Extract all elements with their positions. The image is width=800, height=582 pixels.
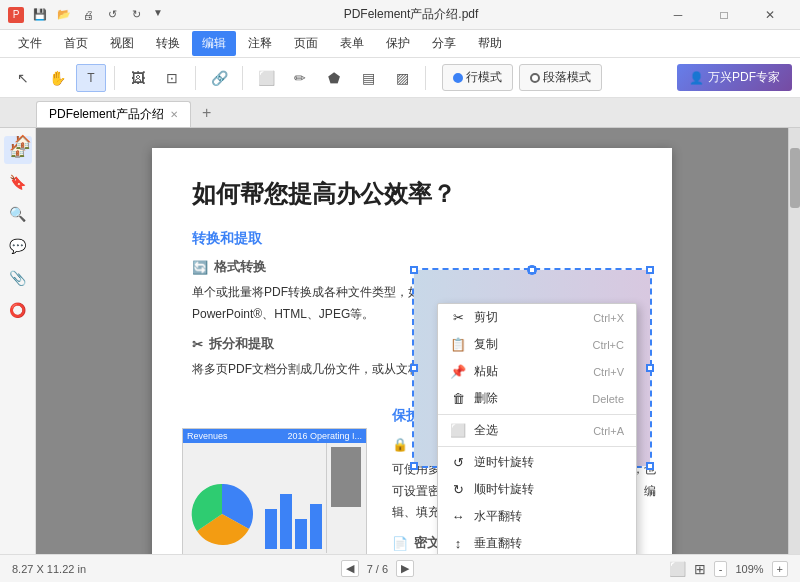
handle-tl[interactable] bbox=[410, 266, 418, 274]
ctx-selectall[interactable]: ⬜ 全选 Ctrl+A bbox=[438, 417, 636, 444]
polygon-btn[interactable]: ⬟ bbox=[319, 64, 349, 92]
close-button[interactable]: ✕ bbox=[748, 0, 792, 30]
menu-edit[interactable]: 编辑 bbox=[192, 31, 236, 56]
thumb-content bbox=[183, 443, 366, 553]
menu-share[interactable]: 分享 bbox=[422, 31, 466, 56]
scrollbar[interactable] bbox=[788, 128, 800, 554]
wanpdf-button[interactable]: 👤 万兴PDF专家 bbox=[677, 64, 792, 91]
quick-open-btn[interactable]: 📂 bbox=[54, 5, 74, 25]
context-menu: ✂ 剪切 Ctrl+X 📋 复制 Ctrl+C 📌 粘贴 Ctrl+V 🗑 删除 bbox=[437, 303, 637, 554]
active-tab[interactable]: PDFelement产品介绍 ✕ bbox=[36, 101, 191, 127]
ctx-copy-shortcut: Ctrl+C bbox=[593, 339, 624, 351]
bookmark-panel-btn[interactable]: 🔖 bbox=[4, 168, 32, 196]
paragraph-mode-btn[interactable]: 段落模式 bbox=[519, 64, 602, 91]
zoom-level: 109% bbox=[735, 563, 763, 575]
main-area: 🏠 🔖 🔍 💬 📎 ⭕ 如何帮您提高办公效率？ 转换和提取 🔄 格式转换 单个或… bbox=[0, 128, 800, 554]
view-single-btn[interactable]: ⬜ bbox=[669, 561, 686, 577]
handle-tm[interactable] bbox=[528, 266, 536, 274]
redo-btn[interactable]: ↻ bbox=[126, 5, 146, 25]
crop-btn[interactable]: ⊡ bbox=[157, 64, 187, 92]
maximize-button[interactable]: □ bbox=[702, 0, 746, 30]
prev-page-btn[interactable]: ◀ bbox=[341, 560, 359, 577]
pen-btn[interactable]: ✏ bbox=[285, 64, 315, 92]
menu-annotate[interactable]: 注释 bbox=[238, 31, 282, 56]
status-right: ⬜ ⊞ - 109% + bbox=[669, 561, 788, 577]
row-mode-btn[interactable]: 行模式 bbox=[442, 64, 513, 91]
handle-bl[interactable] bbox=[410, 462, 418, 470]
signature-panel-btn[interactable]: ⭕ bbox=[4, 296, 32, 324]
customize-btn[interactable]: ▼ bbox=[150, 5, 166, 21]
comment-panel-btn[interactable]: 💬 bbox=[4, 232, 32, 260]
pie-chart bbox=[187, 479, 257, 549]
cw-icon: ↻ bbox=[450, 482, 466, 498]
ctx-selectall-shortcut: Ctrl+A bbox=[593, 425, 624, 437]
status-center: ◀ 7 / 6 ▶ bbox=[341, 560, 414, 577]
ctx-ccw[interactable]: ↺ 逆时针旋转 bbox=[438, 449, 636, 476]
zoom-in-btn[interactable]: + bbox=[772, 561, 788, 577]
pdf-thumbnail-area: Revenues 2016 Operating I... bbox=[182, 428, 367, 554]
ctx-vflip[interactable]: ↕ 垂直翻转 bbox=[438, 530, 636, 554]
menu-help[interactable]: 帮助 bbox=[468, 31, 512, 56]
selectall-icon: ⬜ bbox=[450, 423, 466, 439]
hand-tool-btn[interactable]: ✋ bbox=[42, 64, 72, 92]
header-btn[interactable]: ▤ bbox=[353, 64, 383, 92]
menu-protect[interactable]: 保护 bbox=[376, 31, 420, 56]
attachment-panel-btn[interactable]: 📎 bbox=[4, 264, 32, 292]
ctx-paste-label: 粘贴 bbox=[474, 363, 498, 380]
scroll-thumb[interactable] bbox=[790, 148, 800, 208]
quick-print-btn[interactable]: 🖨 bbox=[78, 5, 98, 25]
ctx-cw[interactable]: ↻ 顺时针旋转 bbox=[438, 476, 636, 503]
zoom-out-btn[interactable]: - bbox=[714, 561, 728, 577]
left-panel: 🏠 🔖 🔍 💬 📎 ⭕ bbox=[0, 128, 36, 554]
ctx-cut[interactable]: ✂ 剪切 Ctrl+X bbox=[438, 304, 636, 331]
title-bar-left: P 💾 📂 🖨 ↺ ↻ ▼ bbox=[8, 5, 166, 25]
next-page-btn[interactable]: ▶ bbox=[396, 560, 414, 577]
view-double-btn[interactable]: ⊞ bbox=[694, 561, 706, 577]
ctx-selectall-label: 全选 bbox=[474, 422, 498, 439]
insert-image-btn[interactable]: 🖼 bbox=[123, 64, 153, 92]
shapes-btn[interactable]: ⬜ bbox=[251, 64, 281, 92]
ctx-copy[interactable]: 📋 复制 Ctrl+C bbox=[438, 331, 636, 358]
handle-tr[interactable] bbox=[646, 266, 654, 274]
ctx-cw-label: 顺时针旋转 bbox=[474, 481, 534, 498]
ccw-icon: ↺ bbox=[450, 455, 466, 471]
undo-btn[interactable]: ↺ bbox=[102, 5, 122, 25]
menu-home[interactable]: 首页 bbox=[54, 31, 98, 56]
tab-close-btn[interactable]: ✕ bbox=[170, 109, 178, 120]
edit-text-btn[interactable]: T bbox=[76, 64, 106, 92]
menu-bar: 文件 首页 视图 转换 编辑 注释 页面 表单 保护 分享 帮助 bbox=[0, 30, 800, 58]
watermark-btn[interactable]: ▨ bbox=[387, 64, 417, 92]
status-bar: 8.27 X 11.22 in ◀ 7 / 6 ▶ ⬜ ⊞ - 109% + bbox=[0, 554, 800, 582]
ctx-hflip-label: 水平翻转 bbox=[474, 508, 522, 525]
menu-convert[interactable]: 转换 bbox=[146, 31, 190, 56]
separator-2 bbox=[195, 66, 196, 90]
link-btn[interactable]: 🔗 bbox=[204, 64, 234, 92]
ctx-paste[interactable]: 📌 粘贴 Ctrl+V bbox=[438, 358, 636, 385]
select-tool-btn[interactable]: ↖ bbox=[8, 64, 38, 92]
handle-ml[interactable] bbox=[410, 364, 418, 372]
search-panel-btn[interactable]: 🔍 bbox=[4, 200, 32, 228]
ctx-hflip[interactable]: ↔ 水平翻转 bbox=[438, 503, 636, 530]
home-sidebar-btn[interactable]: 🏠 bbox=[8, 128, 36, 156]
copy-icon: 📋 bbox=[450, 337, 466, 353]
minimize-button[interactable]: ─ bbox=[656, 0, 700, 30]
menu-view[interactable]: 视图 bbox=[100, 31, 144, 56]
title-bar-actions: 💾 📂 🖨 ↺ ↻ ▼ bbox=[30, 5, 166, 25]
thumb-header: Revenues 2016 Operating I... bbox=[183, 429, 366, 443]
document-page: 如何帮您提高办公效率？ 转换和提取 🔄 格式转换 单个或批量将PDF转换成各种文… bbox=[152, 148, 672, 554]
new-tab-btn[interactable]: + bbox=[195, 101, 219, 125]
wanpdf-label: 万兴PDF专家 bbox=[708, 69, 780, 86]
vflip-icon: ↕ bbox=[450, 536, 466, 552]
ctx-ccw-label: 逆时针旋转 bbox=[474, 454, 534, 471]
menu-file[interactable]: 文件 bbox=[8, 31, 52, 56]
bar-4 bbox=[310, 504, 322, 549]
ctx-copy-label: 复制 bbox=[474, 336, 498, 353]
handle-mr[interactable] bbox=[646, 364, 654, 372]
window-title: PDFelement产品介绍.pdf bbox=[344, 6, 479, 23]
handle-br[interactable] bbox=[646, 462, 654, 470]
quick-save-btn[interactable]: 💾 bbox=[30, 5, 50, 25]
menu-page[interactable]: 页面 bbox=[284, 31, 328, 56]
window-controls: ─ □ ✕ bbox=[656, 0, 792, 30]
menu-form[interactable]: 表单 bbox=[330, 31, 374, 56]
ctx-delete[interactable]: 🗑 删除 Delete bbox=[438, 385, 636, 412]
